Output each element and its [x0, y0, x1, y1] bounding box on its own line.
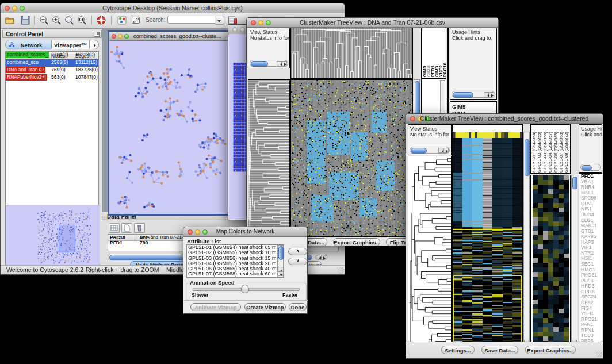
- cytoscape-titlebar[interactable]: Cytoscape Desktop (Session Name: collins…: [1, 3, 345, 13]
- resize-grip[interactable]: [596, 351, 602, 357]
- treeview1-title: ClusterMaker TreeView : DNA and Tran 07-…: [247, 19, 498, 26]
- dialog-titlebar[interactable]: Map Colors to Network: [183, 227, 307, 237]
- scroll-down-button[interactable]: [278, 271, 284, 276]
- network-table-row[interactable]: combined_sco 2569(6) 13112(15): [6, 59, 98, 67]
- treeview2-titlebar[interactable]: ClusterMaker TreeView : combined_scores_…: [406, 114, 603, 124]
- move-up-button[interactable]: ∧: [288, 248, 307, 255]
- scroll-right-button[interactable]: [321, 255, 326, 260]
- treeview1-titlebar[interactable]: ClusterMaker TreeView : DNA and Tran 07-…: [247, 18, 498, 28]
- tab-vizmapper[interactable]: VizMapper™: [52, 40, 90, 49]
- attribute-list-vscroll[interactable]: [277, 245, 284, 277]
- move-down-button[interactable]: ∨: [288, 258, 307, 265]
- animate-vizmap-button[interactable]: Animate Vizmap: [190, 303, 241, 311]
- attribute-list-item[interactable]: GPL51-07 (GSM868) heat shock 60 min: [187, 271, 284, 277]
- tv1-status-scrollbar[interactable]: [250, 60, 288, 67]
- tv2-settings-button[interactable]: Settings...: [441, 346, 475, 354]
- network-name: DNA and Tran 07: [6, 67, 45, 73]
- column-label[interactable]: GPL51-01 (GSM854): [531, 132, 537, 173]
- scroll-right-button[interactable]: [489, 92, 494, 97]
- column-label[interactable]: GPL51-06 (GSM865): [553, 132, 559, 173]
- tv2-zoomheat-canvas[interactable]: [533, 175, 569, 351]
- save-icon[interactable]: [20, 15, 30, 25]
- network-edges-count: 107847(0): [75, 74, 98, 80]
- float-panel-icon[interactable]: [94, 32, 100, 37]
- column-label[interactable]: PAC10: [443, 63, 446, 77]
- column-label[interactable]: GPL51-08 (GSM872): [564, 132, 569, 173]
- close-icon[interactable]: [232, 27, 238, 32]
- tv1-column-dendrogram[interactable]: [290, 28, 413, 79]
- resize-grip[interactable]: [338, 267, 344, 274]
- tv2-status-scrollbar[interactable]: [410, 147, 450, 154]
- usage-hints-text: Click and drag to: [452, 35, 491, 41]
- network-view-titlebar[interactable]: combined_scores_good.txt--cluste...: [109, 32, 228, 41]
- network-name: combined_sco: [6, 59, 40, 66]
- network-nodes-count: 2764(0): [51, 52, 68, 58]
- tv2-gene-list: PFD1YRA1RNR4MSL1SPC98CLN1NIS1BUD4ELG1MAK…: [579, 173, 602, 351]
- scrollbar-thumb[interactable]: [582, 165, 592, 171]
- tv1-column-labels: GIM5GIM4PFD1GIM3YKE2PAC10: [421, 28, 446, 79]
- network-table-row[interactable]: DNA and Tran 07 769(0) 183728(0): [6, 67, 98, 74]
- column-label[interactable]: GPL51-02 (GSM855): [537, 132, 542, 173]
- network-view-canvas[interactable]: [109, 40, 228, 214]
- animation-slider-thumb[interactable]: [241, 285, 249, 293]
- zoom-in-icon[interactable]: [51, 15, 62, 25]
- attribute-listbox[interactable]: GPL51-01 (GSM854) heat shock 05 minGPL51…: [186, 244, 284, 278]
- tv1-export-graphics-button[interactable]: Export Graphics...: [333, 238, 380, 246]
- scroll-left-button[interactable]: [484, 92, 489, 97]
- network-table-row[interactable]: RNAPuberNov2+| 563(0) 107847(0): [6, 74, 98, 82]
- gene-label[interactable]: GIM5: [452, 104, 469, 110]
- column-label[interactable]: GPL51-04 (GSM857): [548, 132, 553, 173]
- scrollbar-thumb[interactable]: [453, 92, 473, 98]
- tv1-usage-hints: Usage Hints Click and drag to: [450, 28, 497, 100]
- network-navigator[interactable]: [5, 205, 100, 267]
- network-table-row[interactable]: combined_scores_ 2764(0) 16218(0): [6, 52, 98, 59]
- tv1-heatmap[interactable]: [290, 79, 413, 237]
- annotation-icon[interactable]: [131, 15, 141, 25]
- treeview2-window: ClusterMaker TreeView : combined_scores_…: [406, 113, 603, 359]
- zoom-fit-icon[interactable]: [64, 15, 74, 25]
- tv2-zoom-vscrollbar[interactable]: [571, 175, 577, 351]
- scrollbar-thumb[interactable]: [525, 139, 530, 176]
- minimize-icon[interactable]: [118, 34, 123, 39]
- column-label[interactable]: GPL51-03 (GSM856): [542, 132, 548, 173]
- create-vizmap-button[interactable]: Create Vizmap: [244, 303, 286, 311]
- vizmapper-icon[interactable]: [117, 15, 127, 25]
- tv2-column-dendrogram[interactable]: [452, 124, 523, 132]
- attribute-select-icon[interactable]: [109, 223, 120, 233]
- minimize-icon[interactable]: [240, 27, 245, 32]
- tv1-usage-scrollbar[interactable]: [452, 91, 495, 98]
- tv1-row-dendrogram[interactable]: [248, 79, 290, 237]
- network-name: combined_scores_: [6, 52, 49, 58]
- search-input[interactable]: [167, 16, 217, 24]
- tab-network[interactable]: Network: [6, 40, 52, 49]
- scrollbar-thumb[interactable]: [278, 246, 284, 260]
- tabs-more-button[interactable]: [90, 40, 99, 49]
- scroll-right-button[interactable]: [443, 148, 449, 153]
- zoom-out-icon[interactable]: [39, 15, 49, 25]
- scrollbar-thumb[interactable]: [251, 61, 268, 67]
- scrollbar-thumb[interactable]: [572, 177, 577, 189]
- scroll-left-button[interactable]: [438, 148, 443, 153]
- tv2-usage-scrollbar[interactable]: [580, 164, 601, 171]
- search-dropdown-button[interactable]: [215, 16, 224, 25]
- scroll-left-button[interactable]: [277, 61, 282, 66]
- done-button[interactable]: Done: [289, 303, 307, 311]
- tv2-rowdendro-canvas: [408, 156, 451, 351]
- tv2-save-data-button[interactable]: Save Data...: [481, 346, 518, 354]
- navigator-viewport-rect[interactable]: [59, 225, 75, 252]
- tv2-heatmap-vscrollbar[interactable]: [523, 132, 530, 351]
- open-file-icon[interactable]: [5, 15, 15, 25]
- tv2-export-graphics-button[interactable]: Export Graphics...: [525, 346, 576, 354]
- scroll-right-button[interactable]: [282, 61, 287, 66]
- scroll-left-button[interactable]: [315, 255, 320, 260]
- help-lifering-icon[interactable]: [96, 15, 106, 25]
- network-edges-count: 16218(0): [75, 52, 95, 58]
- zoom-selected-icon[interactable]: [76, 15, 87, 25]
- scrollbar-thumb[interactable]: [411, 148, 427, 154]
- close-icon[interactable]: [112, 34, 116, 39]
- tv2-row-dendrogram[interactable]: [408, 156, 452, 351]
- new-attribute-icon[interactable]: [121, 223, 132, 233]
- delete-attribute-icon[interactable]: [134, 223, 145, 233]
- scroll-up-button[interactable]: [278, 267, 284, 271]
- tv2-heatmap[interactable]: [452, 132, 523, 351]
